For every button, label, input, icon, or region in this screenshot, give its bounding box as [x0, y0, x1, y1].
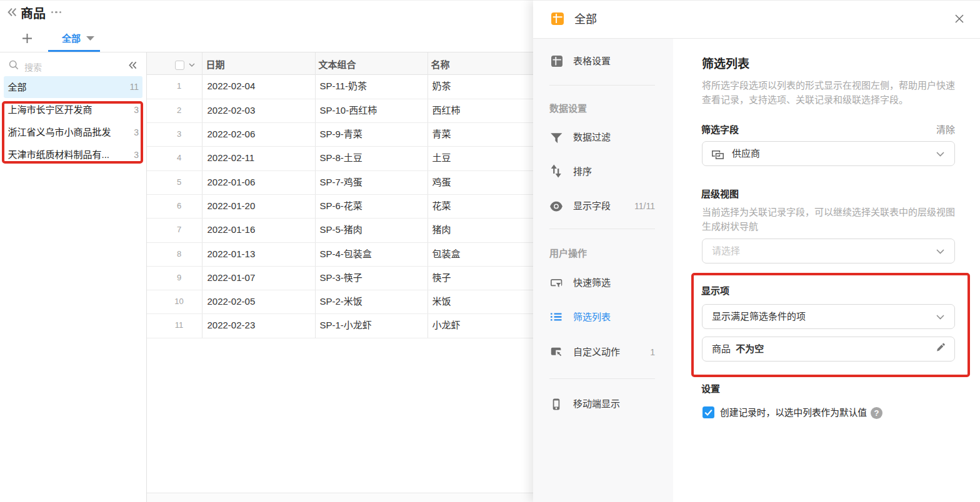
- svg-text:?: ?: [874, 408, 879, 418]
